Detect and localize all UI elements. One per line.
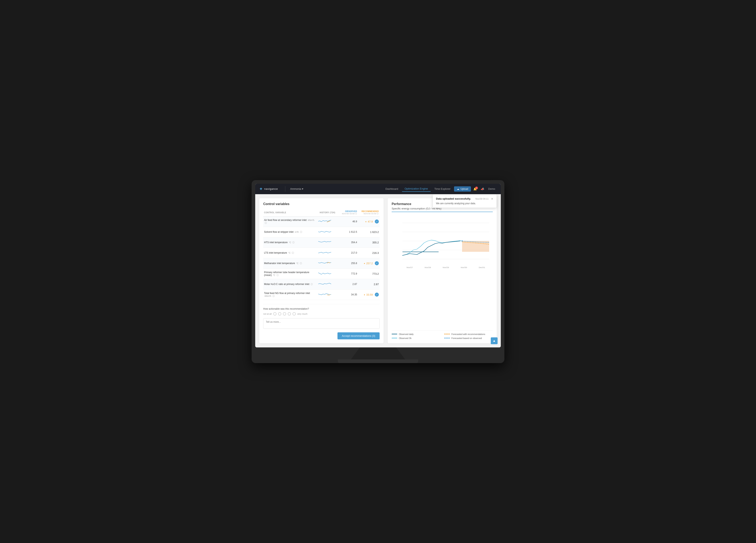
toast-notification: Data uploaded successfully. Nov/30 04:11… <box>433 194 497 208</box>
radio-1[interactable] <box>273 312 276 316</box>
panel-title: Control variables <box>263 202 380 206</box>
main-content: Data uploaded successfully. Nov/30 04:11… <box>255 194 501 348</box>
toast-time: Nov/30 04:11 <box>476 197 489 200</box>
var-name-cell: Air feed flow at secondary reformer inle… <box>263 216 317 227</box>
recommended-cell: ● 257.2 ✓ <box>358 258 380 268</box>
radio-5[interactable] <box>293 312 296 316</box>
check-icon: ✓ <box>375 293 379 297</box>
info-icon[interactable]: ⓘ <box>272 295 275 297</box>
svg-text:Nov/30: Nov/30 <box>461 266 467 268</box>
sparkline-cell <box>317 268 338 279</box>
radio-2[interactable] <box>278 312 281 316</box>
info-icon[interactable]: ⓘ <box>292 251 294 254</box>
feedback-question: How actionable was this recommendation? <box>263 308 380 310</box>
performance-chart: Nov/27 Nov/28 Nov/29 Nov/30 Dec/01 <box>392 214 493 275</box>
sparkline-cell <box>317 237 338 247</box>
legend-label-forecast-rec: Forecasted with recommendations <box>451 333 485 335</box>
svg-text:Nov/29: Nov/29 <box>443 266 449 268</box>
notification-button[interactable]: 🔔 1 <box>472 186 478 191</box>
feedback-section: How actionable was this recommendation? … <box>263 304 380 340</box>
radio-3[interactable] <box>283 312 286 316</box>
accept-recommendations-button[interactable]: Accept recommendations (3) <box>337 332 380 340</box>
info-icon[interactable]: ⓘ <box>292 241 295 243</box>
nav-logo-icon: ✦ <box>259 186 263 191</box>
col-header-variable: CONTROL VARIABLE <box>263 209 317 216</box>
legend-line-forecast-obs <box>444 338 450 338</box>
table-row: Molar H₂O:C ratio at primary reformer in… <box>263 279 380 290</box>
chart-legend: Observed daily Forecasted with recommend… <box>392 330 493 340</box>
observed-value: 217.0 <box>338 247 358 258</box>
col-header-history: HISTORY (72H) <box>317 209 338 216</box>
upload-button[interactable]: ☁ Upload <box>454 186 471 191</box>
info-icon[interactable]: ⓘ <box>265 222 267 224</box>
legend-line-observed-3h <box>392 338 397 338</box>
sparkline-cell <box>317 290 338 300</box>
scale-label-right: very much <box>297 313 308 315</box>
scale-label-left: not at all <box>263 313 272 315</box>
table-row: Methanator inlet temperature °C ⓘ 255.8 … <box>263 258 380 268</box>
nav-product[interactable]: Ammonia ▾ <box>290 187 303 190</box>
svg-text:Nov/27: Nov/27 <box>406 266 413 268</box>
legend-line-observed-daily <box>392 334 397 334</box>
var-name-cell: LTS inlet temperature °C ⓘ <box>263 247 317 258</box>
table-row: Total feed NG flow at primary reformer i… <box>263 290 380 300</box>
var-name-cell: Methanator inlet temperature °C ⓘ <box>263 258 317 268</box>
info-icon[interactable]: ⓘ <box>300 262 302 264</box>
radio-group: not at all very much <box>263 312 380 316</box>
toast-header: Data uploaded successfully. Nov/30 04:11… <box>436 197 493 200</box>
recommended-cell: 216.3 <box>358 247 380 258</box>
info-icon[interactable]: ⓘ <box>311 283 313 286</box>
nav-logo-text: navigance <box>264 187 278 190</box>
svg-rect-5 <box>462 241 489 252</box>
monitor-stand <box>348 348 408 360</box>
legend-line-forecast-rec <box>444 334 450 334</box>
var-name-cell: HTS inlet temperature °C ⓘ <box>263 237 317 247</box>
col-header-observed: OBSERVED Nov/30 03:59 ⓘ <box>338 209 358 216</box>
toast-close-button[interactable]: ✕ <box>491 197 493 200</box>
toast-body: We are currently analyzing your data. <box>436 202 493 205</box>
observed-value: 2.87 <box>338 279 358 290</box>
legend-observed-3h: Observed 3h <box>392 337 440 340</box>
sparkline-cell <box>317 258 338 268</box>
svg-text:Dec/01: Dec/01 <box>479 266 485 268</box>
radio-4[interactable] <box>288 312 291 316</box>
nav-links: Dashboard Optimization Engine Time Explo… <box>383 186 497 192</box>
observed-value: 46.9 <box>338 216 358 227</box>
legend-label-forecast-obs: Forecasted based on observed <box>451 337 482 340</box>
monitor-screen: ✦ navigance Ammonia ▾ Dashboard Optimiza… <box>255 184 501 348</box>
nav-brand: ✦ navigance <box>259 186 278 191</box>
navbar: ✦ navigance Ammonia ▾ Dashboard Optimiza… <box>255 184 501 194</box>
nav-link-dashboard[interactable]: Dashboard <box>383 186 401 191</box>
svg-text:Nov/28: Nov/28 <box>425 266 431 268</box>
legend-forecast-rec: Forecasted with recommendations <box>444 333 493 335</box>
announcement-button[interactable]: 📣 <box>479 186 486 191</box>
monitor-outer: ✦ navigance Ammonia ▾ Dashboard Optimiza… <box>252 180 504 363</box>
table-row: Air feed flow at secondary reformer inle… <box>263 216 380 227</box>
observed-value: 772.9 <box>338 268 358 279</box>
sparkline-cell <box>317 216 338 227</box>
nav-divider <box>285 186 285 192</box>
left-panel: Control variables CONTROL VARIABLE HISTO… <box>259 198 384 344</box>
demo-link[interactable]: Demo <box>487 186 497 191</box>
info-icon[interactable]: ⓘ <box>276 274 279 276</box>
table-row: Primary reformer tube header temperature… <box>263 268 380 279</box>
var-name-cell: Total feed NG flow at primary reformer i… <box>263 290 317 300</box>
recommended-cell: ● 33.59 ✓ <box>358 290 380 300</box>
notification-badge: 1 <box>475 186 478 189</box>
feedback-textarea[interactable] <box>263 318 380 329</box>
table-row: LTS inlet temperature °C ⓘ 217.0 216.3 <box>263 247 380 258</box>
info-icon[interactable]: ⓘ <box>300 231 302 233</box>
var-name-cell: Solvent flow at stripper inlet m³/h ⓘ <box>263 227 317 237</box>
table-row: Solvent flow at stripper inlet m³/h ⓘ 1 … <box>263 227 380 237</box>
recommended-cell: ● 47.9 ✓ <box>358 216 380 227</box>
sparkline-cell <box>317 227 338 237</box>
nav-link-time-explorer[interactable]: Time Explorer <box>432 186 453 191</box>
scroll-top-button[interactable]: ▲ <box>491 337 498 344</box>
recommended-cell: 773.2 <box>358 268 380 279</box>
check-icon: ✓ <box>375 219 379 223</box>
nav-link-optimization[interactable]: Optimization Engine <box>402 186 431 192</box>
right-panel: Performance Specific energy consumption … <box>388 198 497 344</box>
upload-icon: ☁ <box>457 187 459 190</box>
chart-area: Nov/27 Nov/28 Nov/29 Nov/30 Dec/01 <box>392 214 493 327</box>
toast-title: Data uploaded successfully. <box>436 197 471 200</box>
